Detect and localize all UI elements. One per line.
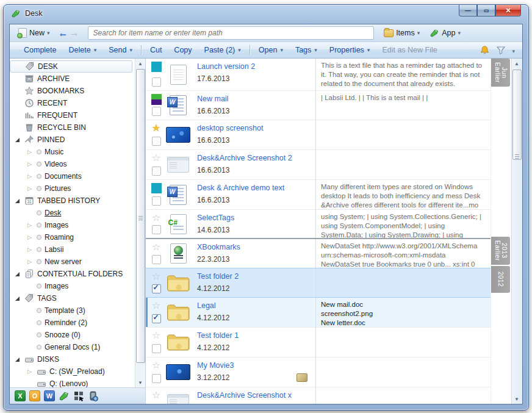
sidebar-item-recycle-bin[interactable]: RECYCLE BIN	[10, 121, 132, 134]
list-scrollbar[interactable]: ▲ ▼	[511, 59, 522, 404]
expander-icon[interactable]	[26, 161, 34, 167]
sidebar-item-bookmarks[interactable]: BOOKMARKS	[10, 85, 132, 97]
maximize-button[interactable]: ▭	[477, 5, 495, 16]
edit-as-new-file-button[interactable]: Edit as New File	[376, 45, 442, 56]
mobile-sync-icon[interactable]	[88, 390, 99, 401]
toolbar-overflow-icon[interactable]: ▾	[512, 48, 515, 56]
item-title[interactable]: Desk&Archive Screenshot x	[197, 391, 313, 400]
favorite-star-icon[interactable]: ☆	[152, 271, 160, 281]
item-title[interactable]: Desk&Archive Screenshot 2	[197, 154, 313, 162]
sidebar-item-tag-general-docs[interactable]: General Docs (1)	[10, 341, 132, 353]
item-checkbox[interactable]	[152, 167, 161, 176]
expander-icon[interactable]	[13, 199, 21, 203]
sidebar-item-tags[interactable]: TAGS	[10, 292, 132, 304]
expander-icon[interactable]	[26, 173, 34, 179]
sidebar-item-history-desk[interactable]: Desk	[10, 207, 132, 219]
sidebar-item-music[interactable]: Music	[10, 146, 132, 158]
favorite-star-icon[interactable]: ☆	[152, 331, 160, 340]
item-title[interactable]: Legal	[197, 301, 313, 310]
favorite-star-icon[interactable]: ☆	[152, 213, 160, 222]
sidebar-item-tag-snooze[interactable]: Snooze (0)	[10, 329, 132, 341]
sidebar-item-contextual-images[interactable]: Images	[10, 280, 132, 292]
sidebar-item-pictures[interactable]: Pictures	[10, 182, 132, 195]
list-item[interactable]: ☆ Legal4.12.2012 New mail.doc screenshot…	[146, 297, 491, 327]
sidebar-item-desk[interactable]: DESK	[10, 60, 132, 73]
item-title[interactable]: New mail	[197, 95, 313, 103]
paste-button[interactable]: Paste (2)▾	[199, 45, 246, 56]
expander-icon[interactable]	[13, 357, 21, 362]
sidebar-item-disk-c[interactable]: C: (SW_Preload)	[10, 365, 132, 378]
scroll-up-icon[interactable]: ▲	[135, 59, 145, 68]
group-tab-2012[interactable]: 2012	[491, 266, 510, 293]
item-title[interactable]: Launch version 2	[197, 62, 313, 71]
expander-icon[interactable]	[26, 149, 34, 155]
open-button[interactable]: Open▾	[253, 45, 289, 56]
list-item[interactable]: ☆ C# SelectTags14.6.2013 using System; |…	[146, 209, 491, 238]
outlook-icon[interactable]: O	[29, 390, 40, 401]
properties-button[interactable]: Properties▾	[324, 45, 376, 56]
app-menu-button[interactable]: App▾	[426, 27, 464, 39]
sidebar-item-tabbed-history[interactable]: TABBED HISTORY	[10, 195, 132, 207]
sidebar-item-pinned[interactable]: PINNED	[10, 134, 132, 146]
expander-icon[interactable]	[13, 296, 21, 301]
new-button[interactable]: New▾	[15, 27, 54, 39]
sidebar-item-frequent[interactable]: FREQUENT	[10, 109, 132, 121]
item-checkbox[interactable]	[152, 284, 161, 293]
complete-button[interactable]: Complete	[18, 45, 62, 56]
word-icon[interactable]: W	[44, 390, 55, 401]
item-checkbox[interactable]	[152, 344, 161, 353]
item-checkbox[interactable]	[152, 255, 161, 264]
sidebar-item-archive[interactable]: ARCHIVE	[10, 73, 132, 85]
title-bar[interactable]: Desk	[4, 5, 528, 21]
list-item[interactable]: ★ desktop screenshot16.6.2013	[146, 120, 491, 149]
list-item[interactable]: ☆ Test folder 14.12.2012	[146, 327, 491, 357]
list-item[interactable]: ☆ Desk&Archive Screenshot 216.6.2013	[146, 149, 491, 179]
close-button[interactable]: ✕	[495, 5, 521, 16]
item-title[interactable]: SelectTags	[197, 214, 313, 222]
sidebar-item-contextual-folders[interactable]: CONTEXTUAL FOLDERS	[10, 268, 132, 280]
item-title[interactable]: My Movie3	[197, 361, 313, 370]
item-checkbox[interactable]	[152, 374, 161, 383]
scroll-down-icon[interactable]: ▼	[512, 394, 522, 404]
expander-icon[interactable]	[26, 246, 34, 253]
delete-button[interactable]: Delete▾	[63, 45, 102, 56]
desk-app-icon[interactable]	[59, 390, 70, 401]
search-input[interactable]	[88, 26, 375, 40]
group-tab-earlier-2013[interactable]: Earlier2013	[491, 237, 510, 265]
list-item[interactable]: ☆ Desk&Archive Screenshot x3.12.2012	[146, 387, 491, 404]
tags-button[interactable]: Tags▾	[290, 45, 323, 56]
item-title[interactable]: Test folder 2	[197, 272, 313, 281]
sidebar-item-history-images[interactable]: Images	[10, 219, 132, 231]
list-item[interactable]: ☆ XBookmarks22.3.2013 NewDataSet http://…	[146, 238, 491, 268]
app-launcher-icon[interactable]	[73, 390, 84, 401]
sidebar-item-labsii[interactable]: Labsii	[10, 243, 132, 256]
expander-icon[interactable]	[26, 259, 34, 265]
item-checkbox[interactable]	[152, 314, 161, 323]
expander-icon[interactable]	[26, 222, 34, 228]
group-tab-earlier-jun[interactable]: EarlierJun	[491, 59, 510, 87]
sidebar-scrollbar-thumb[interactable]	[136, 69, 145, 363]
sidebar-item-disks[interactable]: DISKS	[10, 353, 132, 365]
sidebar-item-videos[interactable]: Videos	[10, 158, 132, 170]
item-title[interactable]: desktop screenshot	[197, 124, 313, 132]
favorite-star-icon[interactable]: ☆	[152, 301, 160, 310]
list-item[interactable]: W Desk & Archive demo text16.6.2013 Many…	[146, 179, 491, 209]
item-checkbox[interactable]	[152, 196, 161, 206]
sidebar-scrollbar[interactable]: ▲ ▼	[135, 59, 145, 387]
item-checkbox[interactable]	[152, 225, 161, 234]
expander-icon[interactable]	[26, 234, 34, 240]
sidebar-item-documents[interactable]: Documents	[10, 170, 132, 182]
item-checkbox[interactable]	[152, 137, 161, 146]
filter-funnel-icon[interactable]	[496, 45, 506, 55]
list-item[interactable]: ☆ Test folder 24.12.2012	[146, 268, 491, 297]
back-button[interactable]: ←	[59, 28, 68, 38]
favorite-star-icon[interactable]: ☆	[152, 153, 160, 162]
item-title[interactable]: Desk & Archive demo text	[197, 184, 313, 192]
expander-icon[interactable]	[13, 272, 21, 276]
list-item[interactable]: ☆ My Movie33.12.2012	[146, 357, 491, 387]
scroll-up-icon[interactable]: ▲	[512, 59, 522, 68]
copy-button[interactable]: Copy	[168, 45, 197, 56]
favorite-star-icon[interactable]: ☆	[152, 361, 160, 370]
items-menu-button[interactable]: Items▾	[380, 27, 423, 38]
item-title[interactable]: Test folder 1	[197, 331, 313, 340]
